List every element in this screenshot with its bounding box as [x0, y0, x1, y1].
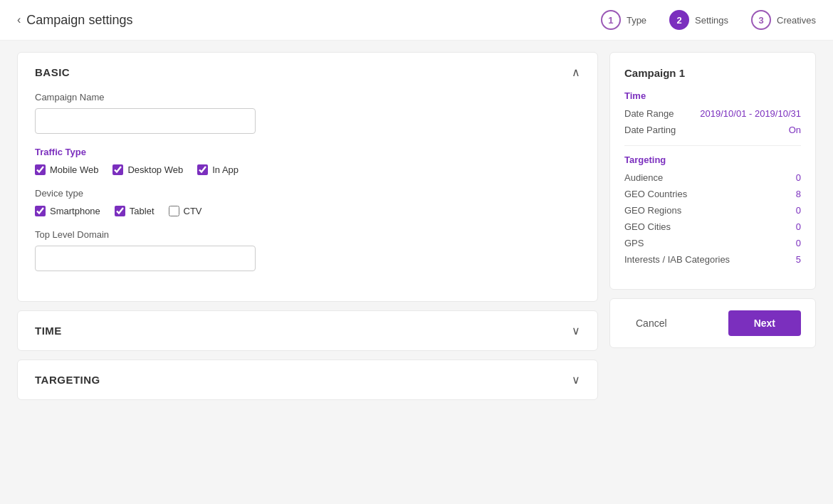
top-level-domain-label: Top Level Domain	[35, 229, 580, 240]
summary-targeting-row: GEO Countries 8	[624, 189, 801, 199]
targeting-row-value: 0	[796, 221, 801, 232]
cancel-button[interactable]: Cancel	[624, 312, 679, 335]
mobile-web-label: Mobile Web	[50, 164, 98, 175]
targeting-row-label: GPS	[624, 238, 644, 248]
targeting-row-value: 5	[796, 254, 801, 265]
step-circle-type: 1	[601, 10, 621, 30]
targeting-row-label: GEO Cities	[624, 221, 671, 232]
main-layout: BASIC ∧ Campaign Name Traffic Type Mobil…	[0, 41, 833, 411]
campaign-name-input[interactable]	[35, 108, 256, 134]
summary-divider	[624, 145, 801, 146]
targeting-row-value: 0	[796, 172, 801, 183]
targeting-row-value: 8	[796, 189, 801, 199]
targeting-panel-title: TARGETING	[35, 374, 100, 386]
summary-panel: Campaign 1 Time Date Range 2019/10/01 - …	[609, 52, 816, 290]
right-sidebar: Campaign 1 Time Date Range 2019/10/01 - …	[609, 52, 816, 348]
ctv-label: CTV	[184, 206, 202, 216]
targeting-panel-header[interactable]: TARGETING ∨	[18, 360, 597, 399]
header-left: ‹ Campaign settings	[17, 13, 132, 28]
basic-panel-header: BASIC ∧	[18, 53, 597, 92]
step-label-type: Type	[627, 15, 646, 26]
summary-time-title: Time	[624, 90, 801, 101]
in-app-label: In App	[212, 164, 239, 175]
time-panel-header[interactable]: TIME ∨	[18, 311, 597, 350]
steps-nav: 1 Type 2 Settings 3 Creatives	[601, 10, 816, 30]
step-creatives[interactable]: 3 Creatives	[751, 10, 816, 30]
targeting-row-value: 0	[796, 205, 801, 216]
device-tablet[interactable]: Tablet	[115, 206, 154, 216]
summary-date-range-label: Date Range	[624, 108, 674, 119]
targeting-row-label: Interests / IAB Categories	[624, 254, 730, 265]
basic-panel-title: BASIC	[35, 66, 70, 78]
mobile-web-checkbox[interactable]	[35, 164, 46, 175]
summary-date-range-value: 2019/10/01 - 2019/10/31	[700, 108, 801, 119]
summary-targeting-rows: Audience 0 GEO Countries 8 GEO Regions 0…	[624, 172, 801, 265]
summary-campaign-name: Campaign 1	[624, 67, 801, 79]
in-app-checkbox[interactable]	[197, 164, 208, 175]
summary-targeting-row: Interests / IAB Categories 5	[624, 254, 801, 265]
summary-targeting-section: Targeting Audience 0 GEO Countries 8 GEO…	[624, 154, 801, 265]
top-level-domain-input[interactable]	[35, 246, 256, 271]
summary-date-parting-label: Date Parting	[624, 125, 676, 135]
step-type[interactable]: 1 Type	[601, 10, 646, 30]
tablet-label: Tablet	[130, 206, 154, 216]
summary-targeting-row: GEO Cities 0	[624, 221, 801, 232]
summary-date-parting-value: On	[789, 125, 801, 135]
top-level-domain-group: Top Level Domain	[35, 229, 580, 271]
basic-panel-toggle[interactable]: ∧	[572, 65, 580, 79]
summary-time-section: Time Date Range 2019/10/01 - 2019/10/31 …	[624, 90, 801, 135]
targeting-panel-toggle[interactable]: ∨	[572, 373, 580, 387]
targeting-panel: TARGETING ∨	[17, 359, 598, 400]
ctv-checkbox[interactable]	[169, 206, 179, 216]
campaign-name-group: Campaign Name	[35, 92, 580, 134]
traffic-type-checkboxes: Mobile Web Desktop Web In App	[35, 164, 580, 175]
targeting-row-label: GEO Regions	[624, 205, 681, 216]
device-type-checkboxes: Smartphone Tablet CTV	[35, 206, 580, 216]
targeting-row-label: GEO Countries	[624, 189, 687, 199]
device-smartphone[interactable]: Smartphone	[35, 206, 100, 216]
targeting-row-value: 0	[796, 238, 801, 248]
time-panel-title: TIME	[35, 325, 62, 337]
traffic-type-group: Traffic Type Mobile Web Desktop Web I	[35, 147, 580, 175]
traffic-type-label: Traffic Type	[35, 147, 580, 157]
summary-targeting-row: GPS 0	[624, 238, 801, 248]
desktop-web-checkbox[interactable]	[112, 164, 123, 175]
basic-panel: BASIC ∧ Campaign Name Traffic Type Mobil…	[17, 52, 598, 302]
device-type-label: Device type	[35, 188, 580, 199]
summary-targeting-title: Targeting	[624, 154, 801, 165]
summary-targeting-row: Audience 0	[624, 172, 801, 183]
step-label-creatives: Creatives	[777, 15, 816, 26]
device-ctv[interactable]: CTV	[169, 206, 202, 216]
step-settings[interactable]: 2 Settings	[669, 10, 728, 30]
next-button[interactable]: Next	[728, 310, 801, 336]
traffic-in-app[interactable]: In App	[197, 164, 239, 175]
traffic-desktop-web[interactable]: Desktop Web	[112, 164, 183, 175]
device-type-group: Device type Smartphone Tablet CTV	[35, 188, 580, 216]
time-panel-toggle[interactable]: ∨	[572, 324, 580, 337]
summary-date-range-row: Date Range 2019/10/01 - 2019/10/31	[624, 108, 801, 119]
smartphone-label: Smartphone	[50, 206, 100, 216]
page-title: Campaign settings	[26, 13, 132, 28]
left-content: BASIC ∧ Campaign Name Traffic Type Mobil…	[17, 52, 598, 400]
basic-panel-body: Campaign Name Traffic Type Mobile Web De…	[18, 92, 597, 301]
summary-targeting-row: GEO Regions 0	[624, 205, 801, 216]
step-label-settings: Settings	[695, 15, 728, 26]
campaign-name-label: Campaign Name	[35, 92, 580, 103]
header: ‹ Campaign settings 1 Type 2 Settings 3 …	[0, 0, 833, 41]
traffic-mobile-web[interactable]: Mobile Web	[35, 164, 98, 175]
tablet-checkbox[interactable]	[115, 206, 125, 216]
targeting-row-label: Audience	[624, 172, 663, 183]
time-panel: TIME ∨	[17, 310, 598, 351]
step-circle-creatives: 3	[751, 10, 771, 30]
desktop-web-label: Desktop Web	[127, 164, 183, 175]
smartphone-checkbox[interactable]	[35, 206, 46, 216]
action-panel: Cancel Next	[609, 298, 816, 348]
back-button[interactable]: ‹	[17, 14, 21, 26]
summary-date-parting-row: Date Parting On	[624, 125, 801, 135]
step-circle-settings: 2	[669, 10, 689, 30]
